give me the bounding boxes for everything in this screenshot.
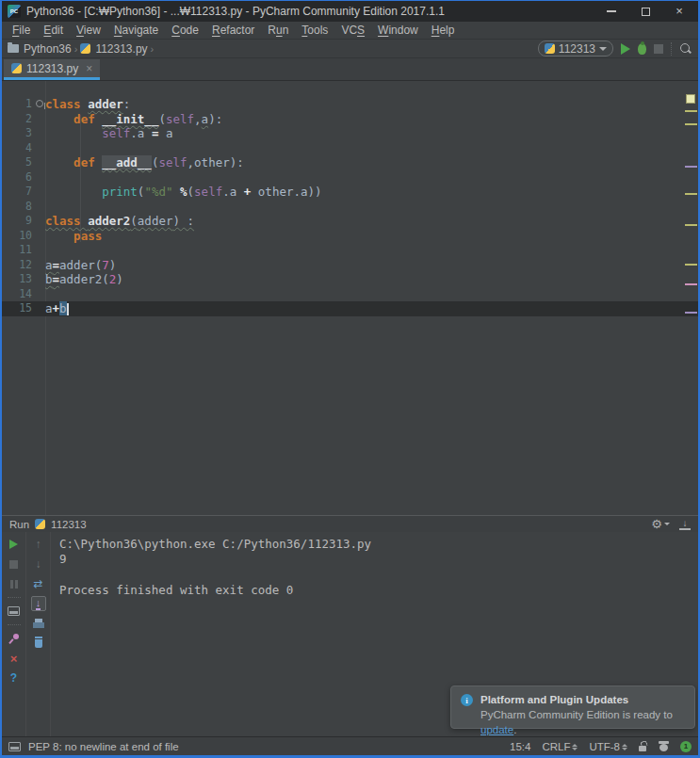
debug-button[interactable]	[638, 43, 646, 55]
toolbar-separator	[671, 42, 672, 56]
gutter-line-number[interactable]: 8	[2, 200, 45, 215]
code-editor[interactable]: 1class adder:2 def __init__(self,a):3 se…	[2, 81, 698, 515]
error-stripe-mark[interactable]	[685, 123, 697, 125]
error-stripe-mark[interactable]	[685, 224, 697, 226]
maximize-button[interactable]	[640, 6, 651, 17]
menu-code[interactable]: Code	[165, 24, 205, 37]
breadcrumb-project[interactable]: Python36	[8, 42, 72, 56]
gutter-line-number[interactable]: 13	[2, 272, 45, 287]
code-line-12[interactable]: 12a=adder(7)	[2, 258, 698, 273]
tab-close-icon[interactable]: ×	[86, 62, 92, 75]
tab-112313-py[interactable]: 112313.py ×	[4, 59, 100, 80]
code-line-1[interactable]: 1class adder:	[2, 97, 698, 112]
gutter-line-number[interactable]: 5	[2, 155, 45, 170]
toolwindow-toggle-icon[interactable]	[8, 742, 21, 751]
updown-icon	[622, 744, 627, 750]
run-configuration-select[interactable]: 112313	[538, 40, 613, 56]
gutter-line-number[interactable]: 3	[2, 126, 45, 141]
close-panel-button[interactable]: ×	[7, 652, 22, 665]
menu-tools[interactable]: Tools	[295, 24, 334, 37]
close-button[interactable]: ×	[674, 6, 685, 17]
search-everywhere-button[interactable]	[679, 42, 692, 56]
line-separator-widget[interactable]: CRLF	[542, 741, 578, 752]
code-line-6[interactable]: 6	[2, 170, 698, 185]
inspection-status-square[interactable]	[686, 94, 695, 104]
menu-bar: FileEditViewNavigateCodeRefactorRunTools…	[2, 22, 698, 40]
menu-file[interactable]: File	[6, 24, 37, 37]
stop-process-button[interactable]	[7, 557, 22, 571]
code-line-7[interactable]: 7 print("%d" %(self.a + other.a))	[2, 185, 698, 200]
code-line-14[interactable]: 14	[2, 287, 698, 302]
pause-output-button[interactable]	[7, 577, 22, 590]
run-button[interactable]	[621, 43, 630, 55]
print-button[interactable]	[31, 617, 46, 630]
breadcrumb-file[interactable]: 112313.py	[80, 42, 147, 56]
error-stripe-mark[interactable]	[685, 283, 697, 285]
code-line-4[interactable]: 4	[2, 141, 698, 156]
encoding-widget[interactable]: UTF-8	[589, 741, 627, 752]
menu-help[interactable]: Help	[425, 24, 462, 37]
scroll-to-end-button[interactable]: ↓	[31, 597, 46, 610]
menu-navigate[interactable]: Navigate	[107, 24, 165, 37]
minimize-button[interactable]	[606, 6, 617, 17]
code-line-5[interactable]: 5 def __add__(self,other):	[2, 155, 698, 170]
menu-refactor[interactable]: Refactor	[205, 24, 261, 37]
clear-all-button[interactable]	[31, 637, 46, 650]
gutter-line-number[interactable]: 2	[2, 112, 45, 127]
error-stripe-mark[interactable]	[685, 193, 697, 195]
gutter-line-number[interactable]: 11	[2, 243, 45, 258]
python-icon	[545, 43, 555, 54]
code-line-11[interactable]: 11	[2, 243, 698, 258]
notification-balloon[interactable]: i Platform and Plugin Updates PyCharm Co…	[450, 685, 695, 729]
hector-inspector-icon[interactable]	[659, 741, 669, 751]
menu-edit[interactable]: Edit	[37, 24, 70, 37]
title-bar: PC Python36 - [C:₩Python36] - ...₩112313…	[2, 1, 698, 22]
hide-panel-button[interactable]: ↓	[679, 519, 691, 530]
code-line-2[interactable]: 2 def __init__(self,a):	[2, 112, 698, 127]
gutter-line-number[interactable]: 14	[2, 287, 45, 302]
code-line-13[interactable]: 13b=adder2(2)	[2, 272, 698, 287]
gutter-line-number[interactable]: 10	[2, 229, 45, 244]
run-toolwindow-title[interactable]: Run	[9, 519, 29, 530]
error-stripe-mark[interactable]	[685, 166, 697, 168]
gutter-line-number[interactable]: 9	[2, 214, 45, 229]
code-line-10[interactable]: 10 pass	[2, 229, 698, 244]
pin-tab-button[interactable]	[7, 632, 22, 645]
gutter-marker-icon[interactable]	[36, 100, 43, 107]
status-message: PEP 8: no newline at end of file	[28, 741, 179, 752]
menu-run[interactable]: Run	[261, 24, 295, 37]
update-link[interactable]: update	[480, 724, 513, 735]
gutter-line-number[interactable]: 15	[2, 301, 45, 316]
separator	[8, 597, 21, 598]
error-stripe-mark[interactable]	[685, 264, 697, 266]
navigation-bar: Python36 › 112313.py › 112313	[2, 40, 698, 58]
text-caret	[67, 303, 69, 315]
gutter-line-number[interactable]: 4	[2, 141, 45, 156]
code-text: class adder2(adder) :	[45, 214, 194, 229]
menu-vcs[interactable]: VCS	[334, 24, 371, 37]
gutter-line-number[interactable]: 1	[2, 97, 45, 112]
settings-button[interactable]: ⚙	[651, 518, 670, 530]
prev-trace-button[interactable]: ↑	[31, 538, 46, 551]
readonly-lock-icon[interactable]	[639, 741, 647, 751]
soft-wrap-button[interactable]: ⇄	[31, 577, 46, 590]
gutter-line-number[interactable]: 6	[2, 170, 45, 185]
gutter-line-number[interactable]: 12	[2, 258, 45, 273]
error-stripe	[684, 81, 697, 515]
code-line-15[interactable]: 15a+b	[2, 301, 698, 316]
code-line-8[interactable]: 8	[2, 200, 698, 215]
code-line-3[interactable]: 3 self.a = a	[2, 126, 698, 141]
restore-layout-button[interactable]	[7, 605, 22, 618]
caret-position-widget[interactable]: 15:4	[510, 741, 530, 752]
menu-view[interactable]: View	[70, 24, 107, 37]
help-button[interactable]: ?	[7, 671, 22, 685]
stop-button[interactable]	[654, 44, 663, 54]
rerun-button[interactable]	[7, 538, 22, 551]
event-log-badge[interactable]: 1	[680, 741, 692, 752]
next-trace-button[interactable]: ↓	[31, 557, 46, 571]
gutter-line-number[interactable]: 7	[2, 185, 45, 200]
error-stripe-mark[interactable]	[685, 110, 697, 112]
code-line-9[interactable]: 9class adder2(adder) :	[2, 214, 698, 229]
error-stripe-mark[interactable]	[685, 312, 697, 314]
menu-window[interactable]: Window	[371, 24, 425, 37]
